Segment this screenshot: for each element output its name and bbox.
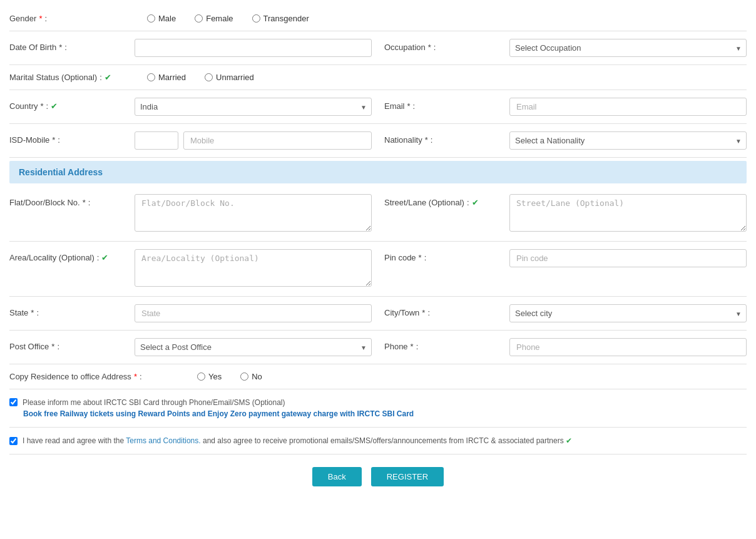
nationality-select[interactable]: Select a Nationality bbox=[509, 131, 747, 150]
mobile-group: ISD-Mobile * : 91 bbox=[9, 131, 372, 150]
residential-address-header: Residential Address bbox=[9, 161, 747, 183]
terms-section: I have read and agree with the Terms and… bbox=[9, 428, 747, 454]
street-lane-input[interactable] bbox=[509, 194, 747, 232]
dob-group: Date Of Birth * : bbox=[9, 39, 372, 57]
terms-text: I have read and agree with the Terms and… bbox=[23, 436, 572, 445]
state-group: State * : bbox=[9, 304, 372, 322]
city-town-group: City/Town * : Select city bbox=[384, 304, 747, 322]
postoffice-phone-row: Post Office * : Select a Post Office Pho… bbox=[9, 331, 747, 364]
phone-input[interactable] bbox=[509, 338, 747, 356]
register-button[interactable]: REGISTER bbox=[371, 467, 444, 486]
flat-door-label: Flat/Door/Block No. * : bbox=[9, 194, 135, 207]
copy-residence-label: Copy Residence to office Address * : bbox=[9, 372, 147, 381]
isd-input[interactable]: 91 bbox=[135, 131, 178, 150]
terms-check-icon: ✔ bbox=[566, 436, 572, 445]
area-locality-input[interactable] bbox=[135, 249, 372, 287]
city-town-label: City/Town * : bbox=[384, 304, 509, 317]
state-city-row: State * : City/Town * : Select city bbox=[9, 297, 747, 331]
marital-label: Marital Status (Optional) : ✔ bbox=[9, 73, 147, 82]
street-lane-label: Street/Lane (Optional) : ✔ bbox=[384, 194, 509, 207]
copy-no[interactable]: No bbox=[240, 372, 262, 381]
area-pincode-row: Area/Locality (Optional) : ✔ Pin code * … bbox=[9, 242, 747, 297]
area-locality-group: Area/Locality (Optional) : ✔ bbox=[9, 249, 372, 289]
marital-options: Married Unmarried bbox=[147, 73, 254, 82]
nationality-group: Nationality * : Select a Nationality bbox=[384, 131, 747, 150]
consent-checkbox[interactable] bbox=[9, 398, 18, 406]
state-input[interactable] bbox=[135, 304, 372, 322]
consent-section: Please inform me about IRCTC SBI Card th… bbox=[9, 389, 747, 428]
gender-female[interactable]: Female bbox=[195, 14, 233, 23]
country-select[interactable]: India bbox=[135, 98, 372, 116]
button-row: Back REGISTER bbox=[9, 454, 747, 499]
post-office-label: Post Office * : bbox=[9, 338, 135, 351]
marital-unmarried[interactable]: Unmarried bbox=[205, 73, 254, 82]
post-office-select[interactable]: Select a Post Office bbox=[135, 338, 372, 356]
dob-input[interactable] bbox=[135, 39, 372, 57]
country-check-icon: ✔ bbox=[51, 101, 58, 111]
street-lane-group: Street/Lane (Optional) : ✔ bbox=[384, 194, 747, 234]
country-email-row: Country * : ✔ India Email * : bbox=[9, 90, 747, 124]
copy-residence-row: Copy Residence to office Address * : Yes… bbox=[9, 364, 747, 389]
nationality-label: Nationality * : bbox=[384, 131, 509, 145]
gender-row: Gender * : Male Female Transgender bbox=[9, 6, 747, 31]
post-office-group: Post Office * : Select a Post Office bbox=[9, 338, 372, 356]
email-label: Email * : bbox=[384, 98, 509, 111]
mobile-nationality-row: ISD-Mobile * : 91 Nationality * : bbox=[9, 124, 747, 158]
back-button[interactable]: Back bbox=[312, 467, 362, 486]
phone-label: Phone * : bbox=[384, 338, 509, 351]
flat-door-input[interactable] bbox=[135, 194, 372, 232]
dob-label: Date Of Birth * : bbox=[9, 39, 135, 52]
copy-yes[interactable]: Yes bbox=[197, 372, 222, 381]
marital-check-icon: ✔ bbox=[105, 73, 111, 82]
occupation-select[interactable]: Select Occupation bbox=[509, 39, 747, 57]
mobile-input[interactable] bbox=[183, 131, 372, 150]
flat-door-group: Flat/Door/Block No. * : bbox=[9, 194, 372, 234]
occupation-label: Occupation * : bbox=[384, 39, 509, 52]
area-locality-label: Area/Locality (Optional) : ✔ bbox=[9, 249, 135, 262]
gender-options: Male Female Transgender bbox=[147, 14, 309, 23]
flat-street-row: Flat/Door/Block No. * : Street/Lane (Opt… bbox=[9, 187, 747, 242]
promo-text: Book free Railway tickets using Reward P… bbox=[9, 409, 747, 418]
gender-label: Gender * : bbox=[9, 14, 147, 23]
state-label: State * : bbox=[9, 304, 135, 317]
street-check-icon: ✔ bbox=[472, 198, 479, 207]
marital-married[interactable]: Married bbox=[147, 73, 186, 82]
terms-checkbox[interactable] bbox=[9, 437, 18, 445]
terms-link[interactable]: Terms and Conditions. bbox=[126, 436, 200, 445]
gender-male[interactable]: Male bbox=[147, 14, 176, 23]
area-check-icon: ✔ bbox=[101, 253, 108, 262]
pincode-input[interactable] bbox=[509, 249, 747, 267]
email-input[interactable] bbox=[509, 98, 747, 116]
country-group: Country * : ✔ India bbox=[9, 98, 372, 116]
consent-text: Please inform me about IRCTC SBI Card th… bbox=[23, 398, 285, 407]
phone-group: Phone * : bbox=[384, 338, 747, 356]
city-town-select[interactable]: Select city bbox=[509, 304, 747, 322]
mobile-label: ISD-Mobile * : bbox=[9, 131, 135, 145]
occupation-group: Occupation * : Select Occupation bbox=[384, 39, 747, 57]
dob-occupation-row: Date Of Birth * : Occupation * : Select … bbox=[9, 31, 747, 65]
country-label: Country * : ✔ bbox=[9, 98, 135, 111]
pincode-group: Pin code * : bbox=[384, 249, 747, 289]
marital-status-row: Marital Status (Optional) : ✔ Married Un… bbox=[9, 65, 747, 90]
pincode-label: Pin code * : bbox=[384, 249, 509, 262]
gender-transgender[interactable]: Transgender bbox=[252, 14, 309, 23]
email-group: Email * : bbox=[384, 98, 747, 116]
